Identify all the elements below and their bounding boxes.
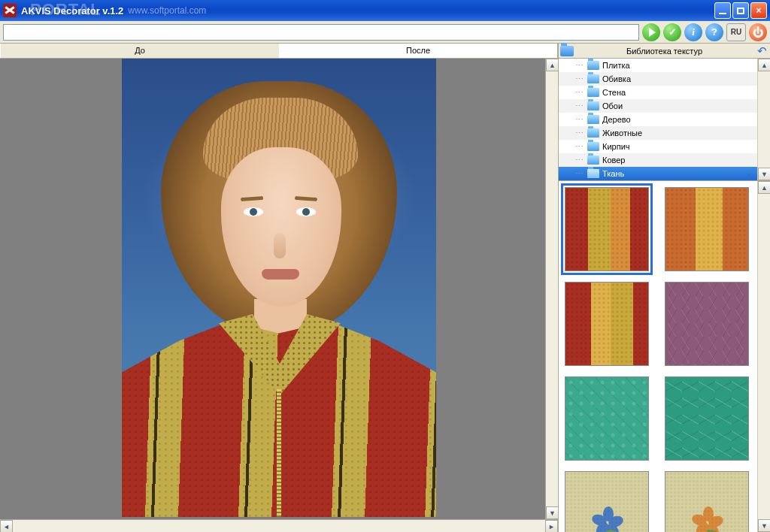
apply-button[interactable] (663, 23, 681, 41)
watermark-url: www.softportal.com (128, 5, 206, 16)
category-item[interactable]: ⋯Дерево (559, 113, 757, 126)
category-tree: ⋯Плитка ⋯Обивка ⋯Стена ⋯Обои ⋯Дерево ⋯Жи… (559, 59, 770, 181)
app-icon (3, 4, 17, 17)
texture-swatch[interactable] (565, 282, 649, 366)
watermark-portal: PORTAL (30, 0, 102, 20)
category-item[interactable]: ⋯Плитка (559, 59, 757, 72)
folder-icon (587, 88, 599, 97)
library-title: Библиотека текстур (577, 47, 752, 56)
info-button[interactable] (684, 23, 702, 41)
folder-icon (587, 74, 599, 83)
texture-swatch[interactable] (565, 376, 649, 461)
chevron-down-icon[interactable]: ⌄ (746, 168, 756, 179)
window-titlebar: PORTAL AKVIS Decorator v.1.2 www.softpor… (0, 0, 770, 21)
tab-after[interactable]: После (279, 44, 558, 58)
canvas-hscrollbar[interactable]: ◄ ► (0, 519, 558, 532)
scroll-up-icon[interactable]: ▲ (758, 181, 770, 194)
workspace-panel: До После ▲ ▼ ◄ (0, 44, 558, 532)
scroll-up-icon[interactable]: ▲ (546, 59, 558, 71)
exit-button[interactable] (749, 23, 767, 41)
texture-panel: Библиотека текстур ↶ ⋯Плитка ⋯Обивка ⋯Ст… (558, 44, 770, 532)
scroll-down-icon[interactable]: ▼ (758, 168, 770, 180)
category-item[interactable]: ⋯Обивка (559, 72, 757, 86)
scroll-right-icon[interactable]: ► (545, 520, 558, 532)
preview-image (122, 59, 436, 517)
category-item[interactable]: ⋯Животные (559, 126, 757, 140)
scroll-left-icon[interactable]: ◄ (0, 520, 13, 532)
folder-open-icon (587, 169, 599, 178)
close-button[interactable]: × (750, 2, 767, 19)
scroll-down-icon[interactable]: ▼ (758, 519, 770, 532)
maximize-button[interactable] (732, 2, 749, 19)
folder-icon (587, 101, 599, 110)
library-header: Библиотека текстур ↶ (559, 44, 770, 59)
swatch-vscrollbar[interactable]: ▲ ▼ (757, 181, 770, 532)
category-item[interactable]: ⋯Обои (559, 99, 757, 113)
scroll-down-icon[interactable]: ▼ (546, 506, 558, 519)
canvas-area[interactable]: ▲ ▼ (0, 59, 558, 519)
texture-swatch[interactable] (665, 376, 749, 461)
swatch-grid-area: ▲ ▼ (559, 181, 770, 532)
main-toolbar: RU (0, 21, 770, 44)
texture-swatch[interactable] (665, 282, 749, 366)
view-tabs: До После (0, 44, 558, 59)
category-item[interactable]: ⋯Стена (559, 86, 757, 99)
library-folder-icon[interactable] (560, 46, 574, 56)
run-button[interactable] (642, 23, 660, 41)
folder-icon (587, 61, 599, 70)
texture-swatch[interactable] (665, 187, 749, 271)
category-item[interactable]: ⋯Кирпич (559, 140, 757, 153)
folder-icon (587, 128, 599, 138)
texture-swatch[interactable] (665, 471, 749, 532)
undo-icon[interactable]: ↶ (755, 45, 768, 57)
canvas-vscrollbar[interactable]: ▲ ▼ (545, 59, 558, 519)
help-button[interactable] (705, 23, 723, 41)
tree-vscrollbar[interactable]: ▲ ▼ (757, 59, 770, 180)
category-item[interactable]: ⋯Ковер (559, 153, 757, 167)
folder-icon (587, 142, 599, 151)
tab-before[interactable]: До (0, 44, 279, 58)
path-input[interactable] (3, 24, 639, 41)
language-button[interactable]: RU (726, 23, 746, 41)
category-item-selected[interactable]: ⋯Ткань⌄ (559, 167, 757, 180)
scroll-up-icon[interactable]: ▲ (758, 59, 770, 71)
folder-icon (587, 156, 599, 165)
folder-icon (587, 115, 599, 124)
texture-swatch[interactable] (565, 471, 649, 532)
texture-swatch-selected[interactable] (565, 187, 649, 271)
minimize-button[interactable] (714, 2, 731, 19)
